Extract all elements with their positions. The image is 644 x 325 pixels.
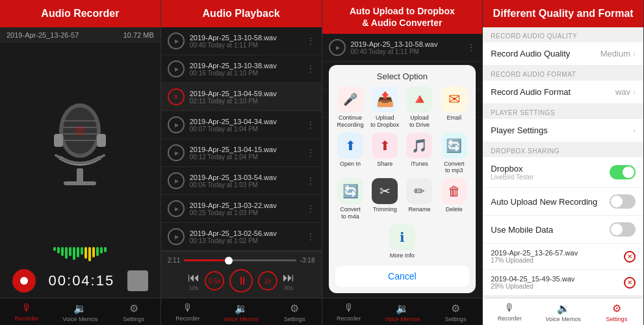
recording-date: 2019-Apr-25_13-26-57 [6, 31, 79, 39]
list-item: ▶2019-Apr-25_13-04-34.wav00:07 Today at … [161, 111, 322, 139]
option-share[interactable]: ⬆ Share [370, 133, 400, 175]
stop-button[interactable] [127, 270, 148, 291]
auto-upload-toggle[interactable] [610, 194, 636, 209]
more-options-button[interactable]: ⋮ [306, 231, 315, 242]
option-drive[interactable]: 🔺 Uploadto Drive [404, 86, 435, 129]
open-in-icon: ⬆ [337, 133, 363, 159]
continue-recording-icon: 🎤 [337, 86, 363, 112]
seek-fill [184, 259, 229, 261]
seek-thumb[interactable] [225, 257, 233, 265]
auto-upload-row[interactable]: Auto Upload New Recording [483, 188, 643, 216]
option-delete[interactable]: 🗑 Delete [439, 178, 469, 220]
nav-recorder[interactable]: 🎙 Recorder [0, 298, 53, 325]
section-label-dropbox: DROPBOX SHARING [483, 142, 643, 157]
nav-voice-memos-label: Voice Memos [62, 316, 97, 322]
rename-icon: ✏ [406, 178, 432, 204]
dropbox-sublabel: LiveBird Tester [491, 174, 534, 181]
dropbox-toggle[interactable] [610, 165, 636, 179]
play-button[interactable]: ▶ [168, 228, 185, 245]
more-options-button[interactable]: ⋮ [467, 42, 476, 53]
play-button[interactable]: ▶ [168, 200, 185, 217]
upload-pct-1: 17% Uploaded [491, 257, 578, 264]
option-convert-mp3[interactable]: 🔄 Convertto mp3 [439, 133, 469, 175]
nav-settings-label: Settings [123, 316, 144, 322]
more-options-button[interactable]: ⋮ [306, 148, 315, 158]
chevron-icon: › [633, 49, 636, 58]
dropbox-row[interactable]: Dropbox LiveBird Tester [483, 157, 643, 188]
nav4-recorder[interactable]: 🎙 Recorder [483, 298, 536, 325]
nav4-settings[interactable]: ⚙ Settings [590, 298, 643, 325]
svg-point-11 [20, 277, 28, 285]
audio-recorder-panel: Audio Recorder 2019-Apr-25_13-26-57 10.7… [0, 0, 161, 325]
seek-row: 2:11 -3:18 [168, 257, 315, 264]
record-quality-label: Record Audio Quality [491, 49, 570, 58]
mobile-data-row[interactable]: Use Mobile Data [483, 216, 643, 244]
panel1-bottom: 00:04:15 [0, 244, 161, 298]
option-itunes[interactable]: 🎵 iTunes [404, 133, 435, 175]
nav4-voice-memos[interactable]: 🔉 Voice Memos [537, 298, 590, 325]
upload-pct-2: 29% Uploaded [491, 283, 574, 290]
cancel-upload-button-2[interactable]: ✕ [624, 277, 636, 289]
option-email[interactable]: ✉ Email [439, 86, 469, 129]
nav3-settings[interactable]: ⚙ Settings [429, 298, 482, 325]
file-meta: 00:16 Today at 1:10 PM [190, 70, 301, 77]
fast-speed-button[interactable]: 2x [258, 271, 277, 291]
email-icon: ✉ [441, 86, 467, 112]
more-options-button[interactable]: ⋮ [306, 176, 315, 186]
option-trimming[interactable]: ✂ Trimming [370, 178, 400, 220]
dropbox-label: Dropbox [491, 164, 534, 174]
play-button[interactable]: ▶ [168, 60, 185, 77]
cancel-upload-button-1[interactable]: ✕ [624, 251, 636, 263]
pause-button[interactable]: ⏸ [168, 88, 185, 105]
mic-nav-icon: 🎙 [21, 302, 32, 314]
record-format-row[interactable]: Record Audio Format wav › [483, 81, 643, 104]
nav2-voice-memos[interactable]: 🔉 Voice Memos [214, 298, 268, 325]
more-options-button[interactable]: ⋮ [306, 120, 315, 130]
chevron-icon: › [633, 88, 636, 97]
play-button[interactable]: ▶ [329, 39, 346, 56]
player-settings-row[interactable]: Player Settings › [483, 119, 643, 142]
nav3-recorder-label: Recorder [337, 315, 361, 322]
option-open-in[interactable]: ⬆ Open In [335, 133, 366, 175]
more-options-button[interactable]: ⋮ [306, 36, 315, 46]
upload-item-2: 2019-04-25_15-49-35.wav 29% Uploaded ✕ [483, 270, 643, 296]
nav2-settings[interactable]: ⚙ Settings [268, 298, 321, 325]
nav3-voice-memos-label: Voice Memos [385, 316, 420, 322]
section-label-player: PLAYER SETTINGS [483, 104, 643, 119]
play-pause-button[interactable]: ⏸ [229, 269, 253, 292]
play-button[interactable]: ▶ [168, 144, 185, 161]
speed-row: ⏮ 10s 0.5x ⏸ 2x ⏭ 30s [168, 269, 315, 292]
record-quality-row[interactable]: Record Audio Quality Medium › [483, 42, 643, 66]
nav2-recorder[interactable]: 🎙 Recorder [161, 298, 214, 325]
more-options-button[interactable]: ⋮ [306, 64, 315, 74]
panel4-header: Different Quality and Format [483, 0, 643, 27]
seek-bar[interactable] [184, 259, 296, 261]
option-more-info[interactable]: ℹ More Info [335, 224, 470, 259]
file-meta: 00:40 Today at 1:11 PM [351, 48, 462, 55]
play-button[interactable]: ▶ [168, 32, 185, 49]
file-meta: 00:06 Today at 1:03 PM [190, 181, 301, 188]
nav3-recorder[interactable]: 🎙 Recorder [322, 298, 376, 325]
option-continue[interactable]: 🎤 ContinueRecording [335, 86, 366, 129]
option-dropbox[interactable]: 📤 Uploadto Dropbox [370, 86, 400, 129]
option-rename[interactable]: ✏ Rename [404, 178, 435, 220]
level-meter [6, 247, 154, 261]
play-button[interactable]: ▶ [168, 116, 185, 133]
nav-recorder-label: Recorder [15, 315, 39, 322]
record-format-label: Record Audio Format [491, 87, 571, 97]
record-button[interactable] [12, 269, 36, 292]
file-name: 2019-Apr-25_13-10-58.wav [190, 34, 301, 42]
slow-speed-button[interactable]: 0.5x [205, 271, 224, 291]
nav-settings[interactable]: ⚙ Settings [107, 298, 161, 325]
more-options-button[interactable]: ⋮ [306, 203, 315, 214]
nav3-voice-memos[interactable]: 🔉 Voice Memos [376, 298, 429, 325]
share-icon: ⬆ [372, 133, 398, 159]
svg-rect-6 [77, 168, 83, 183]
nav-voice-memos[interactable]: 🔉 Voice Memos [53, 298, 107, 325]
timer-display: 00:04:15 [49, 272, 115, 289]
mobile-data-toggle[interactable] [610, 222, 636, 237]
file-meta: 00:25 Today at 1:03 PM [190, 209, 301, 216]
cancel-button[interactable]: Cancel [335, 266, 470, 287]
option-convert-m4a[interactable]: 🔄 Convertto m4a [335, 178, 366, 220]
play-button[interactable]: ▶ [168, 172, 185, 189]
